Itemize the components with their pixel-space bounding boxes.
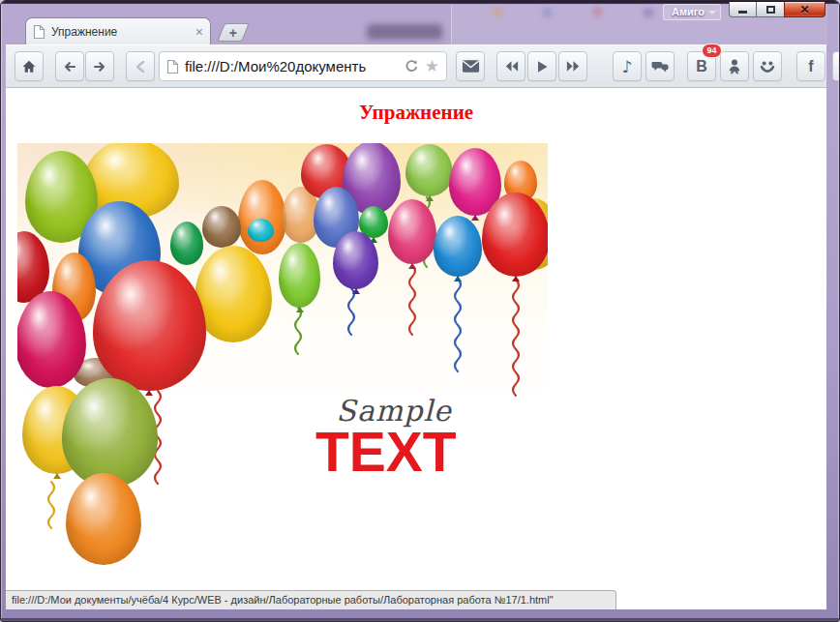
page-icon: [166, 59, 179, 74]
window-bottom-edge: [1, 618, 839, 621]
facebook-icon: f: [808, 58, 813, 75]
reload-icon[interactable]: [403, 58, 419, 74]
forward-button[interactable]: [85, 51, 114, 81]
chevron-down-icon: [708, 11, 716, 15]
tab-title: Упражнение: [51, 25, 190, 39]
twitter-button[interactable]: [832, 51, 840, 81]
balloon-string: [290, 308, 306, 358]
balloon: [93, 260, 206, 391]
balloon-knot: [100, 564, 107, 565]
app-menu-button[interactable]: Амиго: [663, 4, 721, 20]
balloon-knot: [471, 215, 479, 221]
maximize-button[interactable]: [757, 2, 784, 17]
plus-icon: +: [229, 26, 237, 40]
bookmark-star-icon[interactable]: ★: [425, 58, 439, 74]
balloon-string: [405, 265, 420, 325]
toolbar: file:///D:/Мои%20документь ★ ♪ В 94: [6, 44, 826, 88]
mail-icon: [462, 59, 480, 74]
share-icon: [132, 58, 149, 75]
home-button[interactable]: [15, 51, 44, 81]
balloon-knot: [352, 288, 360, 294]
page-title: Упражнение: [6, 101, 826, 125]
balloon: [238, 180, 286, 254]
play-icon: [534, 59, 550, 74]
chat-icon: [650, 59, 670, 74]
page-icon: [33, 24, 45, 40]
window-caption: Амиго ✕: [663, 2, 825, 20]
balloon-knot: [426, 195, 434, 201]
sample-caps-text: TEXT: [315, 425, 457, 480]
titlebar-blob: [493, 8, 502, 15]
minimize-icon: [738, 11, 747, 14]
next-track-icon: [565, 59, 582, 74]
new-tab-button[interactable]: +: [217, 23, 250, 42]
balloon: [388, 199, 436, 264]
status-text: file:///D:/Мои документы/учёба/4 Курс/WE…: [12, 594, 554, 606]
back-button[interactable]: [55, 51, 84, 81]
balloon-string: [44, 482, 59, 526]
share-button[interactable]: [126, 51, 155, 81]
notification-badge: 94: [702, 44, 722, 58]
forward-arrow-icon: [91, 58, 108, 75]
balloon-knot: [53, 473, 61, 479]
minimize-button[interactable]: [729, 2, 757, 17]
balloon: [248, 219, 274, 242]
smiley-button[interactable]: [753, 51, 782, 81]
music-button[interactable]: ♪: [613, 51, 642, 81]
balloon-string: [344, 288, 359, 333]
balloon: [333, 231, 378, 289]
prev-track-button[interactable]: [496, 51, 525, 81]
balloons-image: Sample TEXT: [17, 143, 548, 565]
vk-button[interactable]: В 94: [687, 51, 716, 81]
titlebar-blob: [644, 9, 653, 16]
url-text[interactable]: file:///D:/Мои%20документь: [185, 58, 397, 74]
balloon-knot: [454, 276, 462, 281]
maximize-icon: [766, 6, 775, 14]
next-track-button[interactable]: [558, 51, 587, 81]
balloon-knot: [296, 307, 304, 312]
balloon: [279, 243, 320, 308]
balloon: [482, 193, 548, 277]
balloon: [405, 144, 453, 196]
balloon: [434, 216, 482, 277]
facebook-button[interactable]: f: [796, 51, 825, 81]
chat-button[interactable]: [645, 51, 675, 81]
address-bar[interactable]: file:///D:/Мои%20документь ★: [159, 51, 447, 81]
titlebar-blob: [543, 9, 552, 16]
app-menu-label: Амиго: [672, 6, 705, 17]
back-arrow-icon: [61, 58, 78, 75]
prev-track-icon: [503, 59, 520, 74]
balloon-knot: [408, 263, 416, 269]
browser-window: Амиго ✕ Упражнение × + file:///D:/М: [0, 0, 840, 622]
smiley-icon: [759, 60, 776, 74]
close-icon: ✕: [799, 3, 809, 16]
status-bar: file:///D:/Мои документы/учёба/4 Курс/WE…: [6, 590, 616, 609]
balloon: [66, 473, 141, 565]
balloon: [195, 246, 272, 342]
titlebar-blob: [593, 8, 602, 15]
odnoklassniki-icon: [727, 58, 742, 74]
vk-icon: В: [696, 58, 707, 75]
play-button[interactable]: [527, 51, 556, 81]
tab-strip: Упражнение × +: [6, 17, 826, 44]
balloon-string: [450, 279, 465, 365]
balloon: [202, 206, 241, 248]
balloon-string: [508, 280, 524, 380]
odnoklassniki-button[interactable]: [720, 51, 749, 81]
tab-close-icon[interactable]: ×: [195, 26, 203, 38]
balloon-knot: [512, 276, 520, 281]
music-note-icon: ♪: [622, 57, 633, 76]
balloon: [170, 222, 204, 265]
close-button[interactable]: ✕: [784, 2, 825, 17]
balloon-knot: [145, 390, 153, 396]
tab-exercise[interactable]: Упражнение ×: [25, 17, 211, 44]
home-icon: [20, 58, 38, 75]
mail-button[interactable]: [456, 51, 485, 81]
balloon: [62, 378, 158, 488]
page-content: Упражнение Sample TEXT file:///D:/Мои до…: [6, 88, 826, 609]
